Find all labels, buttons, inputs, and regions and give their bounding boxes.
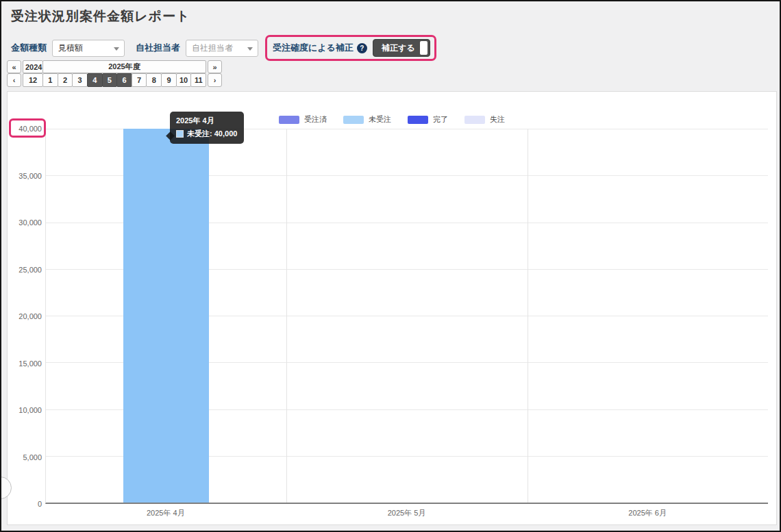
month-cell-6[interactable]: 6: [116, 73, 132, 87]
x-tick-label: 2025年 6月: [628, 508, 667, 518]
month-cell-1[interactable]: 1: [42, 73, 58, 87]
month-cell-5[interactable]: 5: [102, 73, 118, 87]
staff-select[interactable]: 自社担当者: [186, 40, 258, 57]
month-cell-10[interactable]: 10: [176, 73, 192, 87]
legend-label: 受注済: [304, 114, 327, 125]
gridline-vertical: [528, 129, 528, 503]
month-cell-12[interactable]: 12: [23, 73, 43, 87]
tooltip-text: 未受注: 40,000: [187, 129, 237, 139]
year-cell[interactable]: 2025年度: [42, 60, 206, 73]
month-cell-8[interactable]: 8: [146, 73, 162, 87]
chevron-down-icon: [114, 47, 119, 51]
month-cell-11[interactable]: 11: [190, 73, 206, 87]
x-tick-label: 2025年 5月: [388, 508, 426, 518]
y-tick-label: 30,000: [18, 218, 42, 227]
plot-area: [45, 129, 768, 504]
y-tick-label: 20,000: [18, 312, 42, 320]
y-tick-label: 0: [38, 500, 42, 508]
staff-label: 自社担当者: [136, 42, 180, 54]
legend-item[interactable]: 失注: [464, 114, 505, 125]
chart-panel: 受注済未受注完了失注 40,00035,00030,00025,00020,00…: [7, 91, 777, 525]
tooltip-swatch: [176, 130, 184, 138]
legend-swatch-icon: [464, 116, 485, 124]
month-cell-4[interactable]: 4: [87, 73, 103, 87]
staff-placeholder: 自社担当者: [192, 42, 233, 54]
gridline-vertical: [286, 129, 287, 503]
year-cells: 20242025年度: [23, 60, 206, 73]
next-year-button[interactable]: »: [208, 60, 222, 73]
probability-annotation-ring: 受注確度による補正 ? 補正する: [265, 35, 436, 61]
amount-type-select[interactable]: 見積額: [52, 40, 125, 57]
period-selector: « 20242025年度 » ‹ 121234567891011 ›: [7, 60, 222, 87]
legend-swatch-icon: [279, 116, 299, 124]
probability-label: 受注確度による補正: [273, 42, 354, 54]
month-cell-7[interactable]: 7: [132, 73, 147, 87]
help-icon[interactable]: ?: [357, 43, 367, 53]
toggle-knob-icon: [420, 41, 427, 55]
month-cell-3[interactable]: 3: [72, 73, 88, 87]
amount-type-label: 金額種類: [11, 42, 47, 54]
y-tick-label: 15,000: [18, 359, 42, 368]
chart-legend: 受注済未受注完了失注: [8, 114, 776, 125]
prev-month-button[interactable]: ‹: [7, 73, 21, 87]
year-cell[interactable]: 2024: [23, 60, 43, 73]
legend-swatch-icon: [343, 116, 364, 124]
legend-swatch-icon: [408, 116, 428, 124]
correction-toggle-label: 補正する: [382, 42, 415, 54]
bar-未受注[interactable]: [123, 129, 209, 503]
chart-tooltip: 2025年 4月 未受注: 40,000: [170, 112, 244, 144]
x-tick-label: 2025年 4月: [147, 508, 185, 518]
chevron-down-icon: [247, 47, 253, 51]
y-axis-labels: 40,00035,00030,00025,00020,00015,00010,0…: [8, 129, 42, 504]
next-month-button[interactable]: ›: [208, 73, 222, 87]
page-title: 受注状況別案件金額レポート: [11, 8, 190, 25]
month-cell-2[interactable]: 2: [58, 73, 73, 87]
amount-type-value: 見積額: [58, 42, 83, 54]
tooltip-title: 2025年 4月: [176, 116, 237, 126]
y-tick-label: 5,000: [23, 453, 42, 461]
month-cell-9[interactable]: 9: [161, 73, 177, 87]
y-tick-label: 25,000: [18, 266, 42, 274]
filter-row: 金額種類 見積額 自社担当者 自社担当者 受注確度による補正 ? 補正する: [11, 36, 436, 60]
month-cells: 121234567891011: [23, 73, 206, 87]
legend-item[interactable]: 未受注: [343, 114, 391, 125]
y-tick-label: 35,000: [18, 172, 42, 180]
legend-label: 未受注: [369, 114, 391, 125]
legend-label: 完了: [433, 114, 448, 125]
y-tick-label: 10,000: [18, 406, 42, 414]
y-tick-label: 40,000: [18, 125, 42, 133]
report-page: 受注状況別案件金額レポート 金額種類 見積額 自社担当者 自社担当者 受注確度に…: [0, 0, 781, 532]
legend-item[interactable]: 完了: [408, 114, 448, 125]
x-axis-labels: 2025年 4月2025年 5月2025年 6月: [45, 508, 768, 519]
prev-year-button[interactable]: «: [7, 60, 21, 73]
legend-label: 失注: [490, 114, 505, 125]
legend-item[interactable]: 受注済: [279, 114, 327, 125]
correction-toggle[interactable]: 補正する: [373, 39, 430, 57]
